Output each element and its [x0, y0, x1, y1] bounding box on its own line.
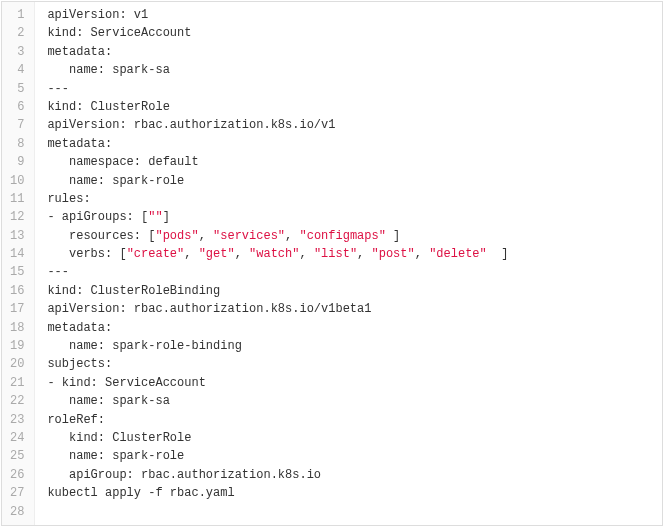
- line-number: 13: [2, 227, 34, 245]
- code-line: kind: ClusterRole: [47, 429, 662, 447]
- code-token: apiGroup:: [47, 468, 133, 482]
- code-line: ---: [47, 80, 662, 98]
- code-line: rules:: [47, 190, 662, 208]
- code-token: "pods": [155, 229, 198, 243]
- code-token: metadata:: [47, 45, 112, 59]
- code-line: name: spark-sa: [47, 392, 662, 410]
- code-token: ,: [415, 247, 429, 261]
- line-number: 15: [2, 263, 34, 281]
- code-line: kubectl apply -f rbac.yaml: [47, 484, 662, 502]
- code-token: kind:: [47, 431, 105, 445]
- code-token: spark-sa: [105, 63, 170, 77]
- code-token: subjects:: [47, 357, 112, 371]
- line-number: 28: [2, 503, 34, 521]
- code-token: ]: [487, 247, 509, 261]
- code-token: resources:: [47, 229, 141, 243]
- line-number: 8: [2, 135, 34, 153]
- line-number: 14: [2, 245, 34, 263]
- code-token: ClusterRoleBinding: [83, 284, 220, 298]
- code-token: "get": [199, 247, 235, 261]
- code-token: kind:: [47, 284, 83, 298]
- code-line: roleRef:: [47, 411, 662, 429]
- code-token: default: [141, 155, 199, 169]
- line-number: 27: [2, 484, 34, 502]
- code-token: [: [112, 247, 126, 261]
- code-token: ServiceAccount: [98, 376, 206, 390]
- line-number: 9: [2, 153, 34, 171]
- code-line: verbs: ["create", "get", "watch", "list"…: [47, 245, 662, 263]
- code-token: "delete": [429, 247, 487, 261]
- code-token: ,: [299, 247, 313, 261]
- line-number: 24: [2, 429, 34, 447]
- code-line: metadata:: [47, 319, 662, 337]
- code-line: resources: ["pods", "services", "configm…: [47, 227, 662, 245]
- code-token: "create": [127, 247, 185, 261]
- code-line: - apiGroups: [""]: [47, 208, 662, 226]
- code-line: metadata:: [47, 43, 662, 61]
- code-token: ,: [184, 247, 198, 261]
- code-token: ServiceAccount: [83, 26, 191, 40]
- code-token: [: [134, 210, 148, 224]
- code-token: "watch": [249, 247, 299, 261]
- code-token: [: [141, 229, 155, 243]
- code-token: ]: [386, 229, 400, 243]
- code-token: spark-role-binding: [105, 339, 242, 353]
- code-line: name: spark-sa: [47, 61, 662, 79]
- line-number: 19: [2, 337, 34, 355]
- code-token: ---: [47, 82, 69, 96]
- code-token: metadata:: [47, 321, 112, 335]
- code-line: ---: [47, 263, 662, 281]
- line-number-gutter: 1234567891011121314151617181920212223242…: [2, 2, 35, 525]
- code-line: apiVersion: rbac.authorization.k8s.io/v1: [47, 116, 662, 134]
- code-token: ClusterRole: [105, 431, 191, 445]
- code-token: name:: [47, 394, 105, 408]
- line-number: 23: [2, 411, 34, 429]
- code-line: metadata:: [47, 135, 662, 153]
- code-token: spark-role: [105, 449, 184, 463]
- code-line: [47, 503, 662, 521]
- code-line: apiVersion: rbac.authorization.k8s.io/v1…: [47, 300, 662, 318]
- line-number: 12: [2, 208, 34, 226]
- code-token: kubectl apply -f rbac.yaml: [47, 486, 234, 500]
- code-line: kind: ClusterRole: [47, 98, 662, 116]
- line-number: 22: [2, 392, 34, 410]
- code-token: - apiGroups:: [47, 210, 133, 224]
- line-number: 6: [2, 98, 34, 116]
- line-number: 16: [2, 282, 34, 300]
- code-token: "post": [372, 247, 415, 261]
- code-token: ClusterRole: [83, 100, 169, 114]
- code-line: kind: ClusterRoleBinding: [47, 282, 662, 300]
- code-token: v1: [127, 8, 149, 22]
- code-token: name:: [47, 63, 105, 77]
- line-number: 7: [2, 116, 34, 134]
- code-token: "services": [213, 229, 285, 243]
- line-number: 4: [2, 61, 34, 79]
- code-token: ,: [285, 229, 299, 243]
- code-token: verbs:: [47, 247, 112, 261]
- line-number: 17: [2, 300, 34, 318]
- code-token: "configmaps": [299, 229, 385, 243]
- line-number: 18: [2, 319, 34, 337]
- line-number: 10: [2, 172, 34, 190]
- code-content[interactable]: apiVersion: v1kind: ServiceAccountmetada…: [35, 2, 662, 525]
- code-token: ---: [47, 265, 69, 279]
- line-number: 5: [2, 80, 34, 98]
- code-token: ,: [199, 229, 213, 243]
- code-token: rbac.authorization.k8s.io/v1beta1: [127, 302, 372, 316]
- line-number: 20: [2, 355, 34, 373]
- code-token: ,: [235, 247, 249, 261]
- code-token: rules:: [47, 192, 90, 206]
- code-line: kind: ServiceAccount: [47, 24, 662, 42]
- code-token: name:: [47, 174, 105, 188]
- code-token: ,: [357, 247, 371, 261]
- code-line: name: spark-role: [47, 447, 662, 465]
- code-token: name:: [47, 339, 105, 353]
- code-line: namespace: default: [47, 153, 662, 171]
- code-token: "list": [314, 247, 357, 261]
- code-token: ]: [163, 210, 170, 224]
- code-token: kind:: [47, 26, 83, 40]
- code-line: name: spark-role: [47, 172, 662, 190]
- code-token: rbac.authorization.k8s.io: [134, 468, 321, 482]
- code-token: metadata:: [47, 137, 112, 151]
- line-number: 21: [2, 374, 34, 392]
